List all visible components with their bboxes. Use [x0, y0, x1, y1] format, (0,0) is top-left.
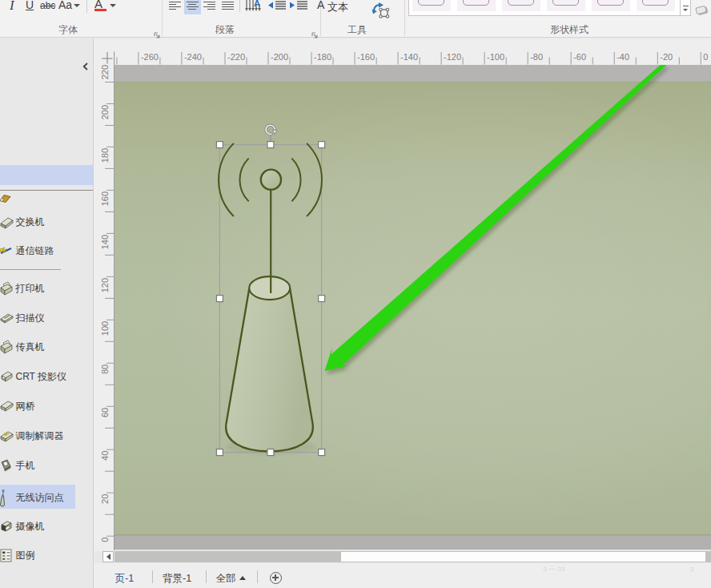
- svg-text:A: A: [254, 0, 260, 8]
